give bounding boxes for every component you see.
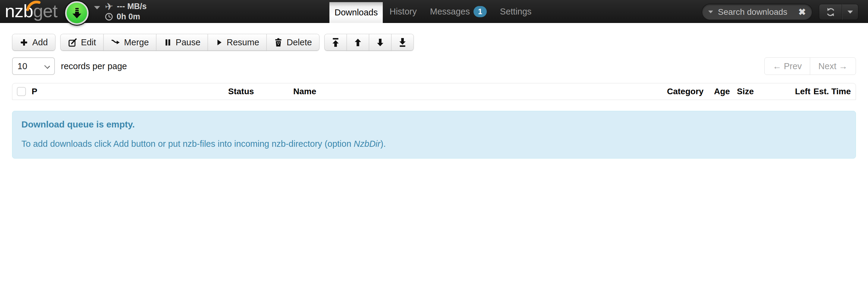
column-status: Status bbox=[226, 87, 291, 96]
tab-settings-label: Settings bbox=[500, 7, 532, 17]
downloads-table: P Status Name Category Age Size Left Est… bbox=[12, 83, 856, 100]
download-arrow-icon bbox=[70, 6, 84, 20]
pause-icon bbox=[164, 38, 172, 47]
column-age: Age bbox=[712, 87, 735, 96]
arrow-to-top-icon bbox=[331, 37, 340, 48]
search-input[interactable] bbox=[718, 7, 798, 17]
speed-plane-icon: ✈ bbox=[104, 0, 114, 13]
merge-icon bbox=[111, 38, 120, 47]
alert-body-prefix: To add downloads click Add button or put… bbox=[22, 139, 354, 148]
records-per-page-value: 10 bbox=[18, 61, 27, 71]
tab-downloads[interactable]: Downloads bbox=[330, 2, 383, 23]
search-clear-icon[interactable]: ✖ bbox=[798, 7, 806, 17]
alert-body-suffix: ). bbox=[380, 139, 386, 148]
next-page-label: Next → bbox=[818, 61, 847, 71]
move-to-top-button[interactable] bbox=[324, 34, 347, 51]
play-icon bbox=[215, 38, 223, 47]
tab-history[interactable]: History bbox=[383, 0, 423, 23]
queue-move-group bbox=[324, 34, 414, 51]
search-box: ✖ bbox=[702, 4, 812, 20]
refresh-interval-dropdown-button[interactable] bbox=[842, 4, 858, 20]
move-to-bottom-button[interactable] bbox=[391, 34, 414, 51]
speed-value: --- MB/s bbox=[117, 2, 147, 11]
resume-button[interactable]: Resume bbox=[208, 34, 267, 51]
pagination: ← Prev Next → bbox=[764, 57, 856, 75]
search-options-caret-icon[interactable] bbox=[708, 10, 713, 13]
clock-icon bbox=[105, 13, 113, 21]
resume-button-label: Resume bbox=[227, 37, 259, 48]
column-est-time: Est. Time bbox=[810, 87, 856, 96]
add-button[interactable]: Add bbox=[12, 34, 56, 51]
plus-icon bbox=[20, 38, 28, 47]
merge-button-label: Merge bbox=[124, 37, 149, 48]
queue-toolbar: Add Edit Merge bbox=[12, 34, 856, 51]
column-name: Name bbox=[291, 87, 664, 96]
messages-count-badge: 1 bbox=[473, 6, 487, 17]
empty-queue-alert: Download queue is empty. To add download… bbox=[12, 111, 856, 159]
list-controls: 10 records per page ← Prev Next → bbox=[12, 57, 856, 75]
edit-icon bbox=[68, 38, 77, 47]
tab-messages[interactable]: Messages 1 bbox=[424, 0, 493, 23]
records-per-page-select[interactable]: 10 bbox=[12, 57, 55, 75]
tab-settings[interactable]: Settings bbox=[493, 0, 538, 23]
merge-button[interactable]: Merge bbox=[103, 34, 156, 51]
next-page-button[interactable]: Next → bbox=[810, 57, 856, 75]
empty-queue-alert-body: To add downloads click Add button or put… bbox=[22, 139, 846, 149]
arrow-up-icon bbox=[353, 37, 363, 48]
delete-button-label: Delete bbox=[287, 37, 312, 48]
downloads-page: Add Edit Merge bbox=[0, 23, 868, 159]
trash-icon bbox=[274, 38, 283, 47]
column-size: Size bbox=[735, 87, 792, 96]
time-left-status[interactable]: 0h 0m bbox=[105, 12, 147, 22]
refresh-button[interactable] bbox=[819, 4, 842, 20]
logo-signal-arc-icon bbox=[26, 0, 41, 11]
download-speed-status[interactable]: ✈ --- MB/s bbox=[105, 2, 147, 11]
records-per-page-label: records per page bbox=[61, 61, 127, 71]
edit-button[interactable]: Edit bbox=[60, 34, 104, 51]
column-category: Category bbox=[664, 87, 712, 96]
downloads-table-header: P Status Name Category Age Size Left Est… bbox=[12, 83, 856, 100]
pause-button[interactable]: Pause bbox=[156, 34, 208, 51]
delete-button[interactable]: Delete bbox=[267, 34, 319, 51]
main-nav-tabs: Downloads History Messages 1 Settings bbox=[330, 0, 538, 23]
tab-messages-label: Messages bbox=[430, 7, 470, 17]
select-all-checkbox[interactable] bbox=[17, 87, 26, 96]
select-all-cell bbox=[12, 87, 29, 96]
top-navbar: nzbget ✈ --- MB/s 0h 0m Downloads bbox=[0, 0, 868, 23]
arrow-to-bottom-icon bbox=[398, 37, 407, 48]
time-left-value: 0h 0m bbox=[117, 12, 140, 22]
logo-dropdown-caret-icon[interactable] bbox=[94, 6, 100, 9]
empty-queue-alert-title: Download queue is empty. bbox=[22, 119, 846, 130]
move-down-button[interactable] bbox=[369, 34, 392, 51]
select-chevron-icon bbox=[44, 63, 50, 69]
add-button-label: Add bbox=[32, 37, 48, 48]
prev-page-button[interactable]: ← Prev bbox=[764, 57, 810, 75]
tab-downloads-label: Downloads bbox=[335, 7, 378, 18]
status-block: ✈ --- MB/s 0h 0m bbox=[105, 2, 147, 22]
move-up-button[interactable] bbox=[347, 34, 369, 51]
arrow-down-icon bbox=[375, 37, 385, 48]
chevron-down-icon bbox=[847, 10, 853, 13]
pause-resume-download-button[interactable] bbox=[65, 1, 89, 25]
queue-actions-group: Edit Merge Pause Resume bbox=[60, 34, 319, 51]
tab-history-label: History bbox=[390, 7, 416, 17]
pause-button-label: Pause bbox=[176, 37, 200, 48]
edit-button-label: Edit bbox=[81, 37, 96, 48]
refresh-icon bbox=[826, 7, 835, 17]
prev-page-label: ← Prev bbox=[773, 61, 802, 71]
column-left: Left bbox=[792, 87, 810, 96]
alert-option-name: NzbDir bbox=[354, 139, 381, 148]
column-priority: P bbox=[29, 87, 226, 96]
refresh-button-group bbox=[819, 4, 858, 20]
